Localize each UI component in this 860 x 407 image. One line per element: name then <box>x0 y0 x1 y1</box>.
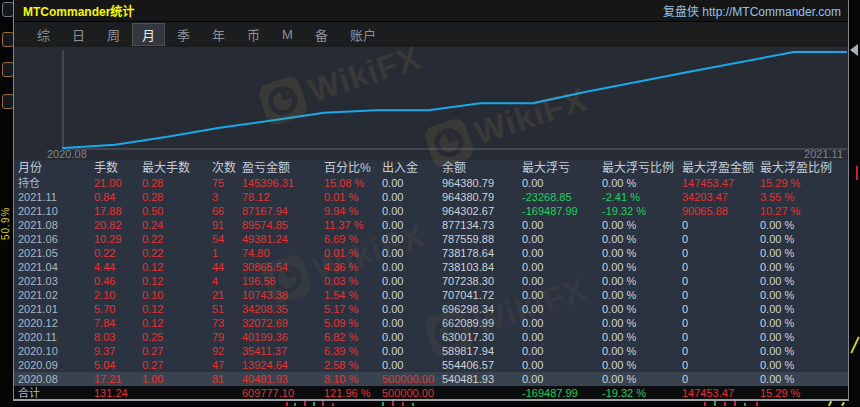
table-cell: 0 <box>682 232 760 246</box>
menu-item-备[interactable]: 备 <box>305 23 338 46</box>
table-cell: 0.00 <box>522 218 602 232</box>
column-header: 出入金 <box>382 160 442 176</box>
menu-item-月[interactable]: 月 <box>132 23 165 46</box>
table-row-2021.08[interactable]: 2021.0820.820.249189574.8511.37 %0.00877… <box>14 218 848 232</box>
table-cell: 21 <box>212 288 242 302</box>
table-cell: 964380.79 <box>442 176 522 190</box>
table-cell: 5.70 <box>94 302 142 316</box>
table-cell: 0.00 <box>522 330 602 344</box>
table-cell: 630017.30 <box>442 330 522 344</box>
table-cell: 0.00 % <box>760 232 848 246</box>
table-row-2021.05[interactable]: 2021.050.220.22174.800.01 %0.00738178.64… <box>14 246 848 260</box>
table-cell: 738103.84 <box>442 260 522 274</box>
background-percent-label: 50.9% <box>0 150 13 240</box>
table-cell: 66 <box>212 204 242 218</box>
table-cell: 合计 <box>18 386 94 401</box>
table-cell: 147453.47 <box>682 386 760 401</box>
equity-chart-svg <box>14 47 848 160</box>
table-cell: 0.22 <box>142 232 212 246</box>
table-cell: 2021.10 <box>18 204 94 218</box>
table-cell: 0.00 <box>382 176 442 190</box>
table-cell: 0.00 <box>382 358 442 372</box>
table-cell: 8.03 <box>94 330 142 344</box>
table-cell: 0.00 <box>382 218 442 232</box>
table-row-2021.02[interactable]: 2021.022.100.102110743.381.54 %0.0070704… <box>14 288 848 302</box>
table-cell: 0.00 % <box>760 274 848 288</box>
table-cell: 2020.11 <box>18 330 94 344</box>
menu-item-年[interactable]: 年 <box>202 23 235 46</box>
table-cell: 0.03 % <box>324 274 382 288</box>
table-row-2021.06[interactable]: 2021.0610.290.225449381.246.69 %0.007875… <box>14 232 848 246</box>
table-cell: 0.00 <box>522 274 602 288</box>
table-cell: 0.24 <box>142 218 212 232</box>
table-cell: 0.00 % <box>602 218 682 232</box>
table-cell: 0.00 <box>522 358 602 372</box>
table-cell: 0.12 <box>142 302 212 316</box>
table-cell: 0.00 <box>522 344 602 358</box>
table-cell: 0.00 % <box>760 260 848 274</box>
table-cell: 0.00 <box>522 288 602 302</box>
table-cell: 554406.57 <box>442 358 522 372</box>
table-row-2021.10[interactable]: 2021.1017.880.506687167.949.94 %0.009643… <box>14 204 848 218</box>
table-row-2020.10[interactable]: 2020.109.370.279235411.376.39 %0.0058981… <box>14 344 848 358</box>
column-header: 最大浮亏比例 <box>602 160 682 176</box>
table-row-2020.12[interactable]: 2020.127.840.127332072.695.09 %0.0066208… <box>14 316 848 330</box>
table-cell: 73 <box>212 316 242 330</box>
table-cell: 0.00 <box>382 288 442 302</box>
menu-item-M[interactable]: M <box>272 25 303 44</box>
table-cell: -19.32 % <box>602 386 682 401</box>
table-row-持仓[interactable]: 持仓21.000.2875145396.3115.08 %0.00964380.… <box>14 176 848 190</box>
table-cell: 2021.04 <box>18 260 94 274</box>
table-cell: 6.39 % <box>324 344 382 358</box>
table-cell <box>442 386 522 401</box>
table-cell <box>142 386 212 401</box>
table-cell: 0.00 <box>522 232 602 246</box>
equity-chart: 2020.08 2021.11 <box>14 47 848 160</box>
column-header: 最大浮盈金额 <box>682 160 760 176</box>
table-cell: 5.17 % <box>324 302 382 316</box>
table-header-row: 月份手数最大手数次数盈亏金额百分比%出入金余额最大浮亏最大浮亏比例最大浮盈金额最… <box>14 160 848 176</box>
table-cell: 2020.08 <box>18 372 94 386</box>
table-cell: 0.22 <box>142 246 212 260</box>
table-cell: 4 <box>212 274 242 288</box>
background-right-strip <box>850 0 860 407</box>
menu-item-季[interactable]: 季 <box>167 23 200 46</box>
menu-item-日[interactable]: 日 <box>62 23 95 46</box>
menu-item-币[interactable]: 币 <box>237 23 270 46</box>
table-cell: 44 <box>212 260 242 274</box>
table-cell: 0.00 <box>382 302 442 316</box>
table-cell: 787559.88 <box>442 232 522 246</box>
table-cell: 0.00 <box>522 260 602 274</box>
table-cell: 0.00 <box>522 246 602 260</box>
mtcommander-stats-window: MTCommander统计 复盘侠 http://MTCommander.com… <box>13 0 849 401</box>
menu-item-综[interactable]: 综 <box>27 23 60 46</box>
table-cell: 609777.10 <box>242 386 324 401</box>
table-cell: 92 <box>212 344 242 358</box>
table-cell: 0 <box>682 344 760 358</box>
table-cell: 738178.64 <box>442 246 522 260</box>
column-header: 盈亏金额 <box>242 160 324 176</box>
table-cell: 0 <box>682 288 760 302</box>
table-row-2021.03[interactable]: 2021.030.460.124196.580.03 %0.00707238.3… <box>14 274 848 288</box>
table-total-row[interactable]: 合计131.24609777.10121.96 %500000.00-16948… <box>14 386 848 401</box>
table-cell: 0 <box>682 358 760 372</box>
table-cell: 34203.47 <box>682 190 760 204</box>
table-cell: 90065.88 <box>682 204 760 218</box>
table-row-2021.11[interactable]: 2021.110.840.28378.120.01 %0.00964380.79… <box>14 190 848 204</box>
table-cell: 2021.08 <box>18 218 94 232</box>
table-row-2021.04[interactable]: 2021.044.440.124430865.544.36 %0.0073810… <box>14 260 848 274</box>
table-row-2020.11[interactable]: 2020.118.030.257940199.366.82 %0.0063001… <box>14 330 848 344</box>
table-cell: 696298.34 <box>442 302 522 316</box>
table-cell: 196.58 <box>242 274 324 288</box>
menu-item-账户[interactable]: 账户 <box>340 23 386 46</box>
table-cell: 87167.94 <box>242 204 324 218</box>
table-row-2020.09[interactable]: 2020.095.040.274713924.642.58 %0.0055440… <box>14 358 848 372</box>
table-cell: 0.00 <box>382 316 442 330</box>
table-cell: 145396.31 <box>242 176 324 190</box>
table-cell: 0.00 <box>382 260 442 274</box>
menu-item-周[interactable]: 周 <box>97 23 130 46</box>
column-header: 次数 <box>212 160 242 176</box>
table-row-2021.01[interactable]: 2021.015.700.125134208.355.17 %0.0069629… <box>14 302 848 316</box>
table-row-2020.08[interactable]: 2020.0817.211.008140481.938.10 %500000.0… <box>14 372 848 386</box>
brand-link[interactable]: 复盘侠 http://MTCommander.com <box>663 2 841 19</box>
